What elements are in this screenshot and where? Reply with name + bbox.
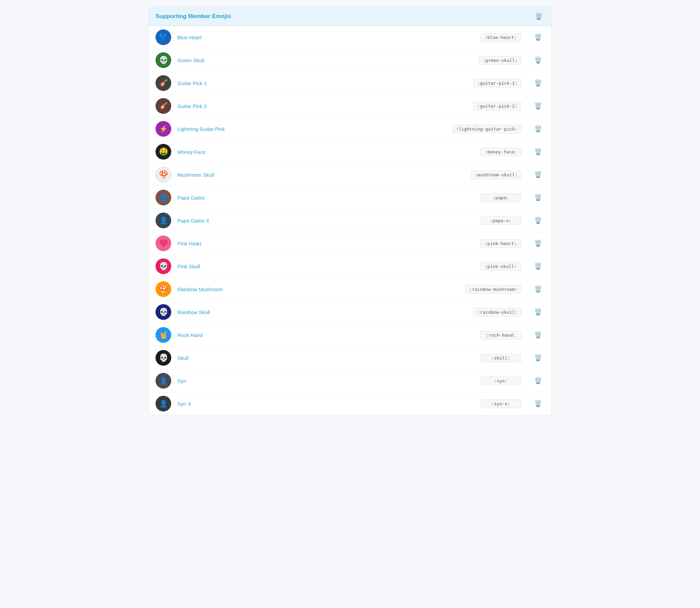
delete-emoji-money-face-button[interactable]: 🗑️ [531, 147, 544, 156]
delete-emoji-rainbow-mushroom-button[interactable]: 🗑️ [531, 285, 544, 294]
emoji-code-rainbow-skull: :rainbow-skull: [474, 308, 521, 316]
emoji-name-pink-skull: Pink Skull [177, 264, 480, 269]
delete-emoji-pink-heart-button[interactable]: 🗑️ [531, 239, 544, 248]
emoji-name-green-skull: Green Skull [177, 57, 479, 63]
emoji-name-syn: Syn [177, 378, 480, 384]
emoji-icon-papa-gates: 👤 [156, 190, 171, 205]
emoji-icon-pink-heart: 💗 [156, 235, 171, 251]
delete-emoji-lightning-guitar-pick-button[interactable]: 🗑️ [531, 124, 544, 133]
delete-emoji-syn-button[interactable]: 🗑️ [531, 376, 544, 385]
emoji-row: 👤Syn X:syn-x:🗑️ [149, 392, 551, 415]
emoji-code-guitar-pick-2: :guitar-pick-2: [474, 102, 521, 110]
emoji-icon-skull: 💀 [156, 350, 171, 366]
delete-emoji-guitar-pick-1-button[interactable]: 🗑️ [531, 79, 544, 87]
panel-title: Supporting Member Emojis [156, 13, 231, 20]
delete-emoji-pink-skull-button[interactable]: 🗑️ [531, 262, 544, 271]
emoji-icon-green-skull: 💀 [156, 52, 171, 68]
emoji-icon-rainbow-mushroom: 🍄 [156, 281, 171, 297]
emoji-name-skull: Skull [177, 355, 480, 361]
delete-emoji-rainbow-skull-button[interactable]: 🗑️ [531, 308, 544, 316]
delete-emoji-guitar-pick-2-button[interactable]: 🗑️ [531, 102, 544, 110]
emoji-name-guitar-pick-2: Guitar Pick 2 [177, 103, 474, 109]
emoji-icon-guitar-pick-2: 🎸 [156, 98, 171, 114]
emoji-name-papa-gates-x: Papa Gates X [177, 218, 480, 224]
emoji-code-lightning-guitar-pick: :lightning-guitar-pick: [452, 125, 521, 133]
emoji-row: 🎸Guitar Pick 1:guitar-pick-1:🗑️ [149, 72, 551, 95]
emoji-code-skull: :skull: [480, 354, 521, 362]
emoji-code-money-face: :money-face: [480, 148, 521, 156]
emoji-name-rainbow-mushroom: Rainbow Mushroom [177, 286, 466, 292]
delete-emoji-papa-gates-x-button[interactable]: 🗑️ [531, 216, 544, 225]
emoji-row: 🍄Mushroom Skull:mushroom-skull:🗑️ [149, 163, 551, 186]
delete-all-button[interactable]: 🗑️ [533, 12, 544, 21]
emoji-icon-rainbow-skull: 💀 [156, 304, 171, 320]
emoji-row: 💀Skull:skull:🗑️ [149, 347, 551, 369]
panel-header: Supporting Member Emojis 🗑️ [149, 7, 551, 26]
emoji-row: 💀Pink Skull:pink-skull:🗑️ [149, 255, 551, 278]
emoji-icon-rock-hand: 🤘 [156, 327, 171, 343]
emoji-row: 👤Papa Gates:papa:🗑️ [149, 186, 551, 209]
emoji-name-blue-heart: Blue Heart [177, 35, 480, 40]
emoji-code-rainbow-mushroom: :rainbow-mushroom: [466, 285, 521, 294]
emoji-name-lightning-guitar-pick: Lightning Guitar Pick [177, 126, 452, 132]
emoji-list: 💙Blue Heart:blue-heart:🗑️💀Green Skull:gr… [149, 26, 551, 415]
emoji-code-syn: :syn: [480, 377, 521, 385]
emoji-name-money-face: Money Face [177, 149, 480, 155]
delete-emoji-skull-button[interactable]: 🗑️ [531, 353, 544, 362]
emoji-row: 🤑Money Face:money-face:🗑️ [149, 140, 551, 163]
emoji-row: 👤Papa Gates X:papa-x:🗑️ [149, 209, 551, 232]
emoji-code-rock-hand: :rock-hand: [480, 331, 521, 339]
emoji-code-pink-skull: :pink-skull: [480, 262, 521, 271]
emoji-icon-guitar-pick-1: 🎸 [156, 75, 171, 91]
emoji-row: 🤘Rock Hand:rock-hand:🗑️ [149, 324, 551, 347]
emoji-name-rock-hand: Rock Hand [177, 332, 480, 338]
delete-emoji-rock-hand-button[interactable]: 🗑️ [531, 330, 544, 339]
delete-emoji-green-skull-button[interactable]: 🗑️ [531, 56, 544, 65]
emoji-row: 💀Green Skull:green-skull:🗑️ [149, 49, 551, 72]
emoji-icon-syn: 👤 [156, 373, 171, 389]
emoji-row: 💀Rainbow Skull:rainbow-skull:🗑️ [149, 301, 551, 324]
emoji-row: 💙Blue Heart:blue-heart:🗑️ [149, 26, 551, 49]
emoji-code-papa-gates: :papa: [480, 193, 521, 202]
emoji-row: ⚡Lightning Guitar Pick:lightning-guitar-… [149, 118, 551, 140]
emoji-name-pink-heart: Pink Heart [177, 241, 480, 246]
emoji-code-papa-gates-x: :papa-x: [480, 216, 521, 225]
emoji-code-syn-x: :syn-x: [480, 400, 521, 408]
delete-emoji-mushroom-skull-button[interactable]: 🗑️ [531, 170, 544, 179]
emoji-name-papa-gates: Papa Gates [177, 195, 480, 201]
emoji-code-mushroom-skull: :mushroom-skull: [471, 171, 521, 179]
emoji-code-blue-heart: :blue-heart: [480, 33, 521, 42]
emoji-icon-blue-heart: 💙 [156, 29, 171, 45]
delete-emoji-blue-heart-button[interactable]: 🗑️ [531, 33, 544, 42]
emoji-row: 💗Pink Heart:pink-heart:🗑️ [149, 232, 551, 255]
emoji-row: 👤Syn:syn:🗑️ [149, 369, 551, 392]
emoji-row: 🎸Guitar Pick 2:guitar-pick-2:🗑️ [149, 95, 551, 118]
emoji-name-rainbow-skull: Rainbow Skull [177, 309, 474, 315]
emoji-code-guitar-pick-1: :guitar-pick-1: [474, 79, 521, 87]
supporting-member-emojis-panel: Supporting Member Emojis 🗑️ 💙Blue Heart:… [148, 7, 552, 415]
emoji-icon-lightning-guitar-pick: ⚡ [156, 121, 171, 137]
emoji-name-syn-x: Syn X [177, 401, 480, 407]
emoji-icon-papa-gates-x: 👤 [156, 213, 171, 228]
emoji-code-green-skull: :green-skull: [479, 56, 521, 65]
emoji-icon-syn-x: 👤 [156, 396, 171, 411]
delete-emoji-syn-x-button[interactable]: 🗑️ [531, 399, 544, 408]
emoji-icon-mushroom-skull: 🍄 [156, 167, 171, 183]
emoji-icon-money-face: 🤑 [156, 144, 171, 160]
emoji-name-mushroom-skull: Mushroom Skull [177, 172, 471, 178]
emoji-name-guitar-pick-1: Guitar Pick 1 [177, 80, 474, 86]
emoji-icon-pink-skull: 💀 [156, 258, 171, 274]
delete-emoji-papa-gates-button[interactable]: 🗑️ [531, 193, 544, 202]
emoji-row: 🍄Rainbow Mushroom:rainbow-mushroom:🗑️ [149, 278, 551, 301]
emoji-code-pink-heart: :pink-heart: [480, 239, 521, 248]
